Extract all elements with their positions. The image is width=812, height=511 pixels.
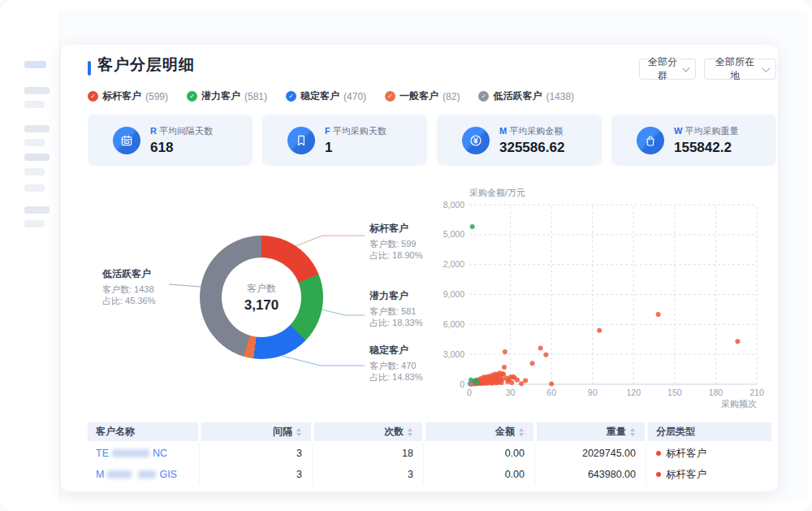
table-row-1-cell-3: 0.00 (425, 443, 535, 464)
table-row-1-type: 标杆客户 (648, 443, 771, 464)
legend-item-label: 一般客户 (400, 89, 438, 103)
col-header-6: 分层类型 (648, 422, 771, 441)
sidebar-skeleton-bar (24, 168, 45, 175)
legend-item-count: (1438) (546, 91, 574, 102)
table-row-1-name: TENC (88, 443, 200, 464)
table-row-1-cell-4: 2029745.00 (537, 443, 646, 464)
col-header-3[interactable]: 次数 (314, 422, 422, 441)
sidebar-skeleton-bar (24, 61, 46, 68)
legend-item-2[interactable]: ✓潜力客户 (581) (187, 89, 267, 103)
stat-card-label: R平均间隔天数 (150, 125, 213, 137)
legend-item-label: 稳定客户 (300, 89, 339, 103)
col-header-1: 客户名称 (88, 422, 198, 441)
calendar-icon (113, 127, 140, 154)
table-row-2-cell-1: 3 (201, 464, 313, 485)
svg-text:3,000: 3,000 (443, 349, 464, 359)
legend-item-count: (82) (443, 91, 460, 102)
col-header-5[interactable]: 重量 (537, 422, 645, 441)
stat-card-label: F平均采购天数 (325, 125, 387, 137)
chevron-down-icon (682, 64, 689, 71)
legend-item-label: 低活跃客户 (493, 89, 542, 103)
stat-card-value: 1 (325, 140, 387, 156)
svg-text:15,000: 15,000 (443, 229, 464, 239)
table-row-2-name: MGIS (88, 464, 200, 485)
stat-letter: R (150, 126, 157, 136)
stat-card-w: W平均采购重量155842.2 (611, 115, 776, 166)
redacted-text (112, 449, 149, 457)
svg-text:采购频次: 采购频次 (721, 399, 757, 409)
sort-icon[interactable] (519, 428, 524, 436)
sort-icon[interactable] (296, 428, 301, 436)
col-header-2[interactable]: 间隔 (201, 422, 311, 441)
stat-letter: M (499, 126, 507, 136)
legend: ✓标杆客户 (599)✓潜力客户 (581)✓稳定客户 (470)✓一般客户 (… (88, 89, 574, 103)
donut-callout-低活跃客户: 低活跃客户客户数: 1438占比: 45.36% (102, 267, 208, 306)
table-row-2-type: 标杆客户 (648, 464, 771, 485)
yen-coin-icon (462, 127, 490, 154)
stat-card-f: F平均采购天数1 (262, 115, 427, 166)
legend-item-count: (599) (145, 91, 168, 102)
svg-text:150: 150 (667, 388, 682, 397)
legend-item-3[interactable]: ✓稳定客户 (470) (286, 89, 366, 103)
sidebar-skeleton (0, 0, 59, 511)
callout-count: 客户数: 1438 (102, 284, 208, 295)
bag-icon (637, 127, 664, 154)
table-row-2-cell-3: 0.00 (425, 464, 535, 485)
customer-name-link[interactable]: MGIS (96, 469, 177, 480)
redacted-text (138, 470, 156, 479)
check-circle-icon: ✓ (88, 91, 98, 102)
stat-letter: F (325, 126, 330, 136)
svg-text:60: 60 (546, 388, 556, 397)
sort-icon[interactable] (408, 428, 412, 436)
col-header-4[interactable]: 金额 (425, 422, 533, 441)
scatter-chart[interactable]: 03,0006,0009,00012,00015,00018,000030609… (443, 183, 780, 412)
table-row-2-cell-4: 643980.00 (537, 464, 646, 485)
stat-card-label: W平均采购重量 (674, 125, 738, 137)
filter-segment-select-label: 全部分群 (646, 55, 679, 83)
type-dot-icon (656, 472, 661, 477)
svg-text:18,000: 18,000 (443, 200, 464, 210)
sidebar-skeleton-bar (24, 139, 45, 146)
svg-text:6,000: 6,000 (443, 319, 464, 329)
sidebar-skeleton-bar (24, 87, 50, 94)
donut-center-value: 3,170 (244, 297, 279, 314)
stat-card-label: M平均采购金额 (499, 125, 564, 137)
svg-text:210: 210 (749, 388, 764, 397)
stat-card-r: R平均间隔天数618 (88, 115, 253, 166)
svg-text:12,000: 12,000 (443, 259, 464, 269)
sidebar-skeleton-bar (24, 184, 45, 192)
filter-segment-select[interactable]: 全部分群 (639, 58, 696, 80)
stat-cards: R平均间隔天数618F平均采购天数1M平均采购金额325586.62W平均采购重… (88, 115, 776, 166)
stat-card-value: 325586.62 (499, 140, 564, 156)
legend-item-5[interactable]: ✓低活跃客户 (1438) (478, 89, 574, 103)
type-dot-icon (656, 451, 661, 456)
donut-center-label: 客户数 3,170 (222, 258, 301, 337)
customer-name-link[interactable]: TENC (96, 448, 167, 459)
stat-card-value: 618 (150, 140, 213, 156)
svg-text:9,000: 9,000 (443, 289, 464, 299)
legend-item-4[interactable]: ✓一般客户 (82) (385, 89, 460, 103)
svg-text:0: 0 (467, 388, 472, 397)
check-circle-icon: ✓ (187, 91, 197, 102)
filter-location-select[interactable]: 全部所在地 (704, 58, 776, 80)
main-panel: 客户分层明细 全部分群 全部所在地 ✓标杆客户 (599)✓潜力客户 (581)… (61, 45, 778, 492)
svg-text:0: 0 (460, 379, 464, 389)
sidebar-skeleton-bar (24, 206, 50, 214)
legend-item-count: (470) (343, 91, 366, 102)
app-window: 客户分层明细 全部分群 全部所在地 ✓标杆客户 (599)✓潜力客户 (581)… (0, 0, 812, 511)
sort-icon[interactable] (630, 428, 635, 436)
callout-pct: 占比: 45.36% (102, 295, 208, 306)
svg-text:90: 90 (588, 388, 598, 397)
title-accent-bar (88, 61, 91, 76)
legend-item-1[interactable]: ✓标杆客户 (599) (88, 89, 168, 103)
check-circle-icon: ✓ (478, 91, 489, 102)
table-row-2-cell-2: 3 (314, 464, 424, 485)
filter-location-select-label: 全部所在地 (711, 55, 758, 83)
page-title: 客户分层明细 (97, 54, 195, 76)
filter-group-container: 全部分群 全部所在地 (639, 58, 776, 80)
svg-text:采购金额/万元: 采购金额/万元 (469, 188, 525, 197)
bookmark-icon (287, 127, 315, 154)
sidebar-skeleton-bar (24, 220, 45, 227)
svg-text:180: 180 (709, 388, 723, 397)
stat-card-m: M平均采购金额325586.62 (437, 115, 602, 166)
